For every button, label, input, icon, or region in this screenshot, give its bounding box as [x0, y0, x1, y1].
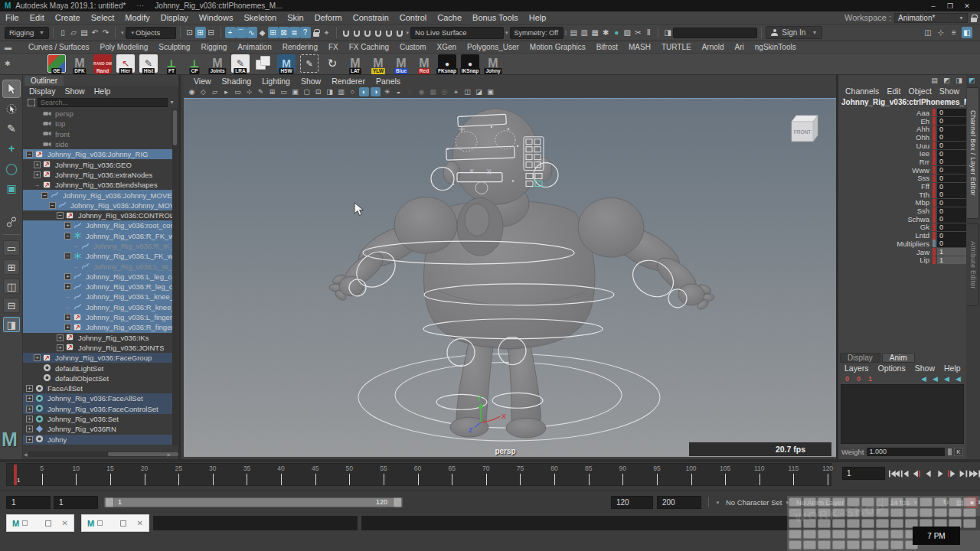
channel-value-field[interactable]: 0: [937, 166, 966, 174]
shelf-tab-fx[interactable]: FX: [323, 43, 344, 51]
symmetry-selector[interactable]: Symmetry: Off: [510, 27, 564, 39]
channel-value-field[interactable]: 0: [937, 223, 966, 231]
create-anim-layer-from-selected-icon[interactable]: 0: [853, 374, 864, 383]
osk-key[interactable]: [861, 530, 874, 539]
character-set-selector[interactable]: No Character Set▾: [726, 496, 790, 509]
shelf-tab-turtle[interactable]: TURTLE: [656, 43, 697, 51]
expand-group-icon[interactable]: ▾: [407, 30, 410, 36]
render-settings-icon[interactable]: ✱: [600, 27, 611, 38]
scroll-right-icon[interactable]: ▶: [167, 452, 171, 457]
chevron-down-icon[interactable]: ▾: [712, 497, 724, 508]
step-back-frame-button[interactable]: [900, 467, 911, 480]
osk-key[interactable]: [905, 497, 918, 507]
expander-icon[interactable]: +: [26, 425, 33, 432]
channel-value-field[interactable]: 0: [937, 174, 966, 182]
shelf-item-hsw-icon[interactable]: MHSW: [277, 54, 296, 73]
shelf-tab-custom[interactable]: Custom: [394, 43, 431, 51]
menu-set-selector[interactable]: Rigging ▼: [5, 27, 49, 39]
osk-key[interactable]: [803, 508, 816, 517]
field-chart-icon[interactable]: ▥: [336, 87, 346, 96]
osk-key[interactable]: [818, 508, 831, 517]
playback-start-field[interactable]: 1: [54, 496, 98, 509]
channel-value-field[interactable]: 0: [937, 191, 966, 198]
shelf-tab-animation[interactable]: Animation: [232, 43, 276, 51]
step-back-key-button[interactable]: [912, 467, 923, 480]
viewport-canvas[interactable]: K )( Y X Z FRONT: [184, 98, 836, 458]
zero-key-layer-icon[interactable]: ◀: [918, 374, 929, 383]
weight-slider-handle[interactable]: [948, 448, 952, 455]
channel-row[interactable]: Iee0: [838, 149, 966, 158]
textured-icon[interactable]: ◑: [371, 87, 381, 96]
osk-key[interactable]: [847, 508, 860, 517]
viewport-menu-renderer[interactable]: Renderer: [326, 77, 371, 86]
viewport-menu-show[interactable]: Show: [296, 77, 326, 86]
menu-windows[interactable]: Windows: [194, 13, 239, 22]
shelf-item-johny-icon[interactable]: MJohny: [484, 54, 502, 73]
select-camera-icon[interactable]: ◉: [187, 87, 197, 96]
region-icon[interactable]: ⊡: [313, 87, 323, 96]
minimize-icon[interactable]: –: [925, 2, 942, 10]
split-pane-icon[interactable]: ◨: [954, 76, 964, 85]
osk-key[interactable]: [876, 519, 889, 528]
highlight-selection-icon[interactable]: ⌖: [322, 27, 332, 38]
channel-row[interactable]: Jaw1: [838, 248, 966, 256]
osk-key[interactable]: [890, 508, 903, 517]
shelf-tab-ngskintools[interactable]: ngSkinTools: [750, 43, 802, 51]
snap-magnet-2-icon[interactable]: [354, 31, 360, 37]
expander-icon[interactable]: +: [26, 395, 33, 402]
shelf-item-ylw-icon[interactable]: MYLW: [369, 54, 387, 73]
channel-row[interactable]: Multipliers0: [838, 240, 966, 248]
close-icon[interactable]: ✕: [137, 519, 143, 527]
chevron-down-icon[interactable]: ▾: [505, 30, 508, 36]
paint-select-tool[interactable]: ✎: [2, 119, 21, 138]
shelf-item-cp-icon[interactable]: ⊥CP: [185, 54, 204, 73]
layer-menu-show[interactable]: Show: [910, 364, 939, 373]
animation-end-field[interactable]: 200: [657, 496, 701, 509]
snap-magnet-1-icon[interactable]: [343, 31, 349, 37]
menu-skeleton[interactable]: Skeleton: [238, 13, 282, 22]
shelf-tab-rigging[interactable]: Rigging: [195, 43, 232, 51]
outliner-item[interactable]: −Johnny_Rig_v036:R_FK_wrist_offset1: [23, 231, 175, 241]
expander-icon[interactable]: +: [26, 406, 33, 412]
select-tool[interactable]: [2, 80, 21, 98]
expand-group-icon[interactable]: ▾: [121, 30, 124, 36]
ipr-render-icon[interactable]: ▦: [590, 27, 600, 38]
taskbar-window-tab[interactable]: M✕: [6, 514, 74, 532]
osk-key[interactable]: [876, 540, 889, 549]
osk-key[interactable]: [818, 519, 831, 528]
menu-create[interactable]: Create: [50, 13, 86, 22]
expander-icon[interactable]: +: [64, 314, 71, 321]
osk-key[interactable]: [876, 497, 889, 507]
menu-file[interactable]: File: [0, 13, 24, 22]
shelf-menu-icon[interactable]: ▬: [5, 44, 11, 51]
menu-display[interactable]: Display: [155, 13, 194, 22]
layer-menu-options[interactable]: Options: [874, 364, 910, 373]
layer-menu-help[interactable]: Help: [939, 364, 965, 373]
taskbar-window-tab[interactable]: M✕: [81, 514, 149, 532]
lock-workspace-icon[interactable]: [971, 18, 977, 22]
channel-value-field[interactable]: 1: [937, 256, 966, 264]
outliner-item[interactable]: +Johnny_Rig_v036:extraNodes: [23, 170, 175, 180]
osk-key[interactable]: [949, 508, 962, 517]
image-plane-icon[interactable]: ▭: [233, 87, 243, 96]
range-slider-bar[interactable]: [106, 498, 401, 507]
maximize-icon[interactable]: ❐: [942, 2, 959, 10]
view-cube[interactable]: FRONT: [792, 116, 818, 142]
move-tool[interactable]: +: [2, 139, 21, 158]
anti-alias-icon[interactable]: ▦: [428, 87, 438, 96]
outliner-item[interactable]: persp: [23, 109, 175, 119]
osk-key[interactable]: [789, 497, 802, 507]
fill-icon[interactable]: ◨: [325, 87, 335, 96]
use-all-lights-icon[interactable]: ☀: [382, 87, 392, 96]
shelf-tab-arnold[interactable]: Arnold: [697, 43, 730, 51]
osk-key[interactable]: [789, 540, 802, 549]
outliner-item[interactable]: −Johnny_Rig_v036:CONTROLS: [23, 210, 175, 220]
shelf-item-blue-icon[interactable]: MBlue: [392, 54, 410, 73]
osk-key[interactable]: [803, 540, 816, 549]
close-icon[interactable]: ✕: [959, 2, 975, 10]
shelf-gear-icon[interactable]: ✱: [5, 60, 11, 67]
osk-key[interactable]: [861, 540, 874, 549]
osk-key[interactable]: [818, 497, 831, 507]
osk-key[interactable]: [861, 497, 874, 507]
channel-row[interactable]: Lip1: [838, 256, 966, 264]
